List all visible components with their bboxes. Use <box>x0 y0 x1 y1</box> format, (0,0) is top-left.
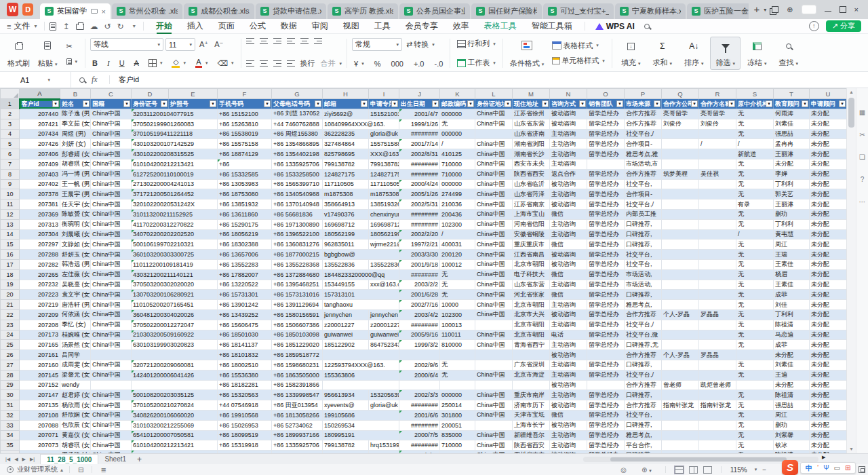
cell[interactable]: 无 <box>440 370 475 380</box>
worksheet-button[interactable]: 工作表▾ <box>455 57 498 69</box>
cell[interactable] <box>323 350 399 360</box>
cell[interactable]: 207297 <box>20 240 60 250</box>
cell[interactable]: +86 1813058266 <box>272 410 323 420</box>
cell[interactable]: 207378 <box>20 189 60 200</box>
document-tab[interactable]: S宁夏教师样本.xlsx <box>615 3 686 19</box>
cell[interactable]: 无 <box>736 410 774 420</box>
cell[interactable]: China中国 <box>475 209 513 219</box>
cell[interactable]: XXX@163. <box>369 149 399 159</box>
cell[interactable]: hrq153199 <box>369 440 399 451</box>
filter-dropdown-icon[interactable]: ▾ <box>616 100 623 107</box>
column-header-F[interactable]: F <box>218 89 272 99</box>
font-size-select[interactable]: 11▾ <box>165 38 195 51</box>
cell[interactable]: 207073 <box>20 440 60 451</box>
paste-button[interactable]: 粘贴▾ <box>35 37 61 70</box>
cell[interactable]: China中国 <box>91 290 132 300</box>
cell[interactable]: +86 15026953 <box>218 420 272 430</box>
cell[interactable]: 370502200012272047 <box>132 320 218 330</box>
cell[interactable]: 710000 <box>440 440 475 451</box>
cell[interactable]: 未分配 <box>810 360 847 370</box>
cell[interactable]: 610104200212213421 <box>132 159 218 169</box>
cell[interactable]: +86 18753080 <box>218 189 272 200</box>
ime-punct-icon[interactable]: ’ <box>817 464 818 472</box>
help-icon[interactable]: ? <box>861 176 865 183</box>
cell[interactable]: 710000 <box>440 169 475 179</box>
cell[interactable]: 207173 <box>20 330 60 340</box>
cell[interactable]: +86 13657006 <box>218 250 272 260</box>
increase-font-button[interactable]: A⁺ <box>197 39 210 50</box>
cell[interactable]: 主动咨询 <box>550 360 587 370</box>
column-header-T[interactable]: T <box>774 89 810 99</box>
cell[interactable]: 207434 <box>20 129 60 139</box>
cell[interactable]: 无 <box>736 159 774 169</box>
cell[interactable]: 无 <box>736 259 774 269</box>
cell[interactable]: China中国 <box>91 109 132 119</box>
document-tab[interactable]: S可过_支付宝+_滴滴 <box>543 3 614 19</box>
document-tab[interactable]: S英国留学生× <box>40 3 111 19</box>
italic-button[interactable]: I <box>105 58 112 68</box>
row-number[interactable]: 18 <box>1 269 20 280</box>
cell[interactable]: 2000/4/24 <box>399 179 440 189</box>
cell[interactable]: 2001/6/6 <box>399 410 440 420</box>
next-sheet-icon[interactable]: ▶ <box>22 457 26 462</box>
cell[interactable]: 430321200211140121 <box>132 269 218 280</box>
cell[interactable]: 500108200203035125 <box>132 390 218 400</box>
cell[interactable]: 王素佳 <box>774 259 810 269</box>
cell[interactable]: 610104200212213421 <box>132 440 218 451</box>
cell[interactable]: 梁馨元 (女) <box>60 370 91 380</box>
cell[interactable]: China中国 <box>91 430 132 440</box>
cell[interactable]: 200120 <box>440 250 475 260</box>
filter-dropdown-icon[interactable]: ▾ <box>83 100 90 107</box>
cell[interactable]: 杨欣雨 (女) <box>60 400 91 411</box>
fill-button[interactable]: ↓填充▾ <box>616 37 646 70</box>
menu-item[interactable]: 表格工具 <box>477 19 524 34</box>
redo-icon[interactable]: ↻ <box>117 22 124 31</box>
cell[interactable]: 刘妍 (女) <box>60 139 91 149</box>
cell[interactable]: 杨眉 <box>774 269 810 280</box>
cell[interactable]: 留学总经办 <box>587 320 625 330</box>
filter-dropdown-icon[interactable]: ▾ <box>315 100 321 107</box>
cell[interactable]: 未分配 <box>810 219 847 229</box>
cell[interactable]: tanghaoxu <box>323 300 399 310</box>
cell[interactable]: China中国 <box>475 370 513 380</box>
row-number[interactable]: 21 <box>1 300 20 310</box>
cell[interactable] <box>662 440 699 451</box>
cell[interactable]: China中国 <box>91 340 132 350</box>
cell[interactable]: 丁利利 <box>774 219 810 229</box>
cell[interactable]: 江苏省南京 <box>513 200 550 210</box>
filter-dropdown-icon[interactable]: ▾ <box>839 100 846 107</box>
cell[interactable]: 未分配 <box>810 189 847 200</box>
cell[interactable]: 无 <box>736 240 774 250</box>
filter-dropdown-icon[interactable]: ▾ <box>391 100 398 107</box>
row-number[interactable]: 5 <box>1 139 20 149</box>
cell[interactable]: 无 <box>736 280 774 290</box>
cell[interactable]: 主动咨询 <box>550 440 587 451</box>
cell[interactable] <box>699 200 736 210</box>
cell[interactable]: 口碑推荐, <box>625 229 662 240</box>
cell[interactable] <box>587 159 625 169</box>
column-header-B[interactable]: B <box>60 89 91 99</box>
cell[interactable]: 2001/4/7 <box>399 109 440 119</box>
cell[interactable]: 135522836 <box>369 259 399 269</box>
cell[interactable]: +86 周煜155380 <box>272 129 323 139</box>
cell[interactable]: 210303200509160922 <box>132 330 218 340</box>
cell[interactable]: 799138782 <box>323 440 369 451</box>
cell[interactable] <box>699 229 736 240</box>
filter-dropdown-icon[interactable]: ▾ <box>728 100 735 107</box>
more-icon[interactable]: ⋯ <box>859 198 866 206</box>
cell[interactable]: 18448233200000@qq <box>323 269 399 280</box>
outline-icon[interactable]: ≣ <box>100 466 106 474</box>
table-style-button[interactable]: 表格样式▾ <box>550 40 607 52</box>
cell[interactable]: 江苏省徐州 <box>513 109 550 119</box>
cell[interactable]: +86 15319918 <box>218 440 272 451</box>
cell[interactable]: 留学总经办 <box>587 250 625 260</box>
cell[interactable]: +86 18056219 <box>218 229 272 240</box>
cell[interactable]: 留学总经办 <box>587 400 625 411</box>
sogou-input-icon[interactable]: S <box>782 460 798 475</box>
cell[interactable]: 151521001 <box>369 109 399 119</box>
minimize-button[interactable] <box>825 11 831 12</box>
column-header-M[interactable]: M <box>513 89 550 99</box>
column-header-J[interactable]: J <box>399 89 440 99</box>
cell[interactable]: China中国 <box>475 219 513 229</box>
row-number[interactable]: 3 <box>1 119 20 129</box>
